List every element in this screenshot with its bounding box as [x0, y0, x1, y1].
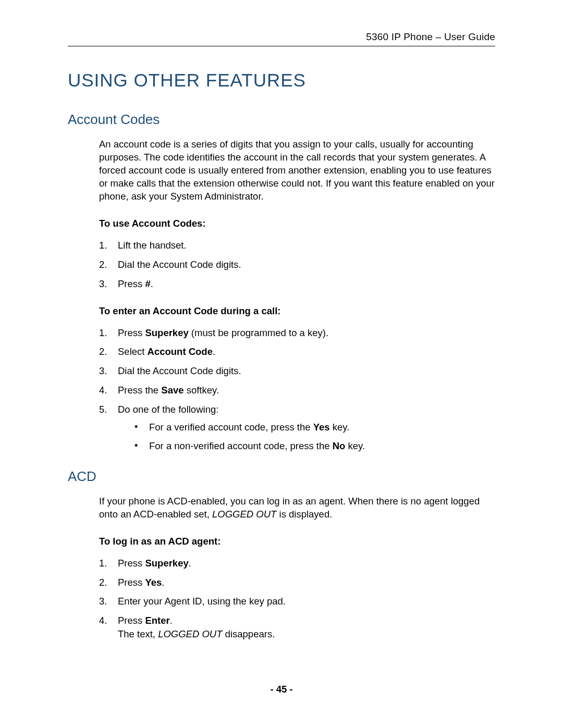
- list-item: 3. Dial the Account Code digits.: [99, 364, 495, 378]
- step-text: Select: [118, 346, 148, 357]
- step-text: softkey.: [184, 385, 219, 396]
- section-body-acd: If your phone is ACD-enabled, you can lo…: [99, 495, 495, 641]
- step-text: Press: [118, 327, 145, 338]
- page-title: USING OTHER FEATURES: [68, 70, 495, 91]
- list-item: 5. Do one of the following: For a verifi…: [99, 403, 495, 453]
- step-number: 2.: [99, 576, 107, 589]
- step-text: Dial the Account Code digits.: [118, 365, 241, 376]
- bold-text: No: [333, 440, 346, 451]
- list-item: For a non-verified account code, press t…: [134, 439, 495, 453]
- step-text: Dial the Account Code digits.: [118, 259, 241, 270]
- italic-text: LOGGED OUT: [212, 509, 276, 520]
- bullet-text: For a verified account code, press the: [149, 422, 313, 433]
- step-text: Lift the handset.: [118, 240, 187, 251]
- list-item: 2. Dial the Account Code digits.: [99, 258, 495, 272]
- step-text: .: [189, 558, 191, 569]
- step-text: Press the: [118, 385, 161, 396]
- step-text: Do one of the following:: [118, 404, 218, 415]
- bold-text: Account Code: [148, 346, 213, 357]
- bold-text: Superkey: [145, 327, 188, 338]
- list-item: 3. Enter your Agent ID, using the key pa…: [99, 595, 495, 608]
- list-item: For a verified account code, press the Y…: [134, 421, 495, 434]
- bold-text: #: [145, 278, 150, 289]
- step-number: 2.: [99, 345, 107, 359]
- list-item: 2. Press Yes.: [99, 576, 495, 589]
- list-item: 4. Press the Save softkey.: [99, 384, 495, 397]
- bullet-text: key.: [330, 422, 350, 433]
- section-body-account-codes: An account code is a series of digits th…: [99, 138, 495, 453]
- step-number: 2.: [99, 258, 107, 272]
- ordered-list: 1. Press Superkey. 2. Press Yes. 3. Ente…: [99, 557, 495, 641]
- bold-text: Save: [161, 385, 183, 396]
- subheading: To enter an Account Code during a call:: [99, 305, 495, 317]
- step-text: Press: [118, 577, 145, 588]
- step-text: .: [170, 615, 173, 626]
- bullet-text: For a non-verified account code, press t…: [149, 440, 333, 451]
- italic-text: LOGGED OUT: [158, 628, 222, 639]
- list-item: 1. Press Superkey.: [99, 557, 495, 570]
- list-item: 1. Lift the handset.: [99, 239, 495, 252]
- step-text: .: [151, 278, 153, 289]
- section-heading-account-codes: Account Codes: [68, 112, 495, 128]
- step-text: .: [162, 577, 164, 588]
- step-number: 3.: [99, 364, 107, 378]
- subheading: To use Account Codes:: [99, 218, 495, 229]
- step-text: Press: [118, 558, 145, 569]
- step-text: .: [213, 346, 215, 357]
- paragraph-text: is displayed.: [276, 509, 332, 520]
- step-text: Press: [118, 278, 145, 289]
- section-heading-acd: ACD: [68, 468, 495, 485]
- step-number: 1.: [99, 557, 107, 570]
- step-number: 1.: [99, 326, 107, 340]
- list-item: 3. Press #.: [99, 277, 495, 291]
- step-text: Press: [118, 615, 145, 626]
- bullet-list: For a verified account code, press the Y…: [134, 421, 495, 453]
- subheading: To log in as an ACD agent:: [99, 536, 495, 547]
- bold-text: Yes: [145, 577, 162, 588]
- ordered-list: 1. Lift the handset. 2. Dial the Account…: [99, 239, 495, 291]
- page-header: 5360 IP Phone – User Guide: [68, 31, 495, 46]
- list-item: 1. Press Superkey (must be programmed to…: [99, 326, 495, 340]
- step-text: (must be programmed to a key).: [189, 327, 328, 338]
- list-item: 4. Press Enter. The text, LOGGED OUT dis…: [99, 614, 495, 641]
- list-item: 2. Select Account Code.: [99, 345, 495, 359]
- page-footer: - 45 -: [0, 684, 563, 695]
- bullet-text: key.: [345, 440, 365, 451]
- step-text: The text,: [118, 628, 158, 639]
- step-text: Enter your Agent ID, using the key pad.: [118, 596, 286, 607]
- step-number: 4.: [99, 384, 107, 397]
- header-text: 5360 IP Phone – User Guide: [366, 31, 495, 42]
- step-number: 4.: [99, 614, 107, 627]
- step-number: 3.: [99, 595, 107, 608]
- paragraph: An account code is a series of digits th…: [99, 138, 495, 203]
- ordered-list: 1. Press Superkey (must be programmed to…: [99, 326, 495, 453]
- step-text: disappears.: [222, 628, 275, 639]
- paragraph: If your phone is ACD-enabled, you can lo…: [99, 495, 495, 521]
- step-number: 5.: [99, 403, 107, 416]
- step-number: 3.: [99, 277, 107, 291]
- bold-text: Yes: [313, 422, 330, 433]
- bold-text: Superkey: [145, 558, 188, 569]
- bold-text: Enter: [145, 615, 169, 626]
- page: 5360 IP Phone – User Guide USING OTHER F…: [0, 0, 563, 641]
- step-number: 1.: [99, 239, 107, 252]
